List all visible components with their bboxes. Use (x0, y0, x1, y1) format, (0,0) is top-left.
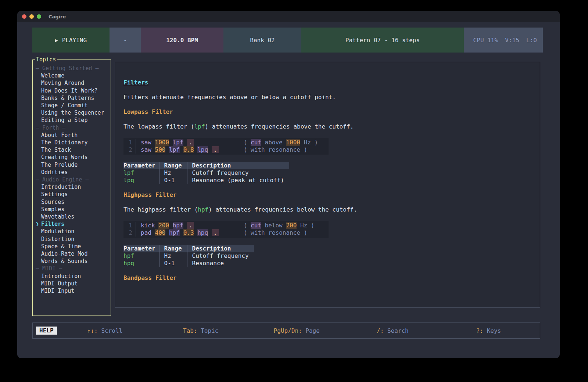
topic-label: Oddities (41, 169, 68, 176)
topic-item[interactable]: Samples (33, 206, 111, 213)
topics-sidebar-title: Topics (35, 56, 57, 63)
code-token-otok: 1000 (286, 139, 300, 146)
code-token-ltok: hpf (173, 222, 183, 229)
topic-item[interactable]: Distortion (33, 235, 111, 243)
app-window: Cagire ▶ PLAYING - 120.0 BPM Bank 02 Pat… (17, 11, 560, 358)
key-hints: ↑↓: ScrollTab: TopicPgUp/Dn: Page/: Sear… (57, 327, 537, 334)
line-number: 1 (123, 222, 136, 229)
selected-topic-arrow-icon: ❯ (36, 220, 41, 228)
topic-list[interactable]: — Getting Started —WelcomeMoving AroundH… (33, 60, 111, 295)
topic-label: How Does It Work? (41, 87, 98, 94)
topic-label: Welcome (41, 72, 64, 79)
topic-label: Distortion (41, 236, 74, 242)
topic-label: Words & Sounds (41, 258, 87, 264)
topic-item[interactable]: About Forth (33, 131, 111, 139)
cpu-voice-load-display: CPU 11% V:15 L:0 (464, 28, 543, 53)
table-cell: Cutoff frequency (187, 252, 254, 260)
topic-item[interactable]: Editing a Step (33, 116, 111, 124)
topic-item[interactable]: MIDI Output (33, 280, 111, 287)
topic-item[interactable]: Oddities (33, 169, 111, 176)
key-hint[interactable]: ?: Keys (441, 327, 537, 334)
code-token-lav: saw (141, 139, 155, 146)
line-number: 2 (123, 146, 136, 154)
topic-item[interactable]: How Does It Work? (33, 87, 111, 94)
hint-key: ↑↓: (87, 327, 98, 334)
text-span: ) attenuates frequencies below the cutof… (208, 206, 357, 213)
topic-item[interactable]: The Stack (33, 146, 111, 154)
topic-item[interactable]: Stage / Commit (33, 102, 111, 109)
section-heading: Highpass Filter (123, 191, 540, 199)
topic-item[interactable]: Audio-Rate Mod (33, 250, 111, 257)
text-span (194, 139, 244, 146)
topic-item[interactable]: Settings (33, 191, 111, 198)
topic-section-header: — Audio Engine — (33, 176, 111, 183)
table-cell: lpf (123, 169, 159, 177)
topic-item[interactable]: MIDI Input (33, 287, 111, 295)
table-row: hpq0-1Resonance (123, 260, 254, 267)
topic-label: Audio-Rate Mod (41, 251, 87, 257)
topic-item[interactable]: The Prelude (33, 161, 111, 169)
topic-item[interactable]: Creating Words (33, 154, 111, 161)
topic-item[interactable]: Words & Sounds (33, 257, 111, 265)
help-mode-badge: HELP (36, 327, 57, 335)
topic-label: The Prelude (41, 162, 78, 168)
code-token-cmt: below (261, 222, 286, 229)
topic-item[interactable]: Introduction (33, 273, 111, 280)
transport-status-bar: ▶ PLAYING - 120.0 BPM Bank 02 Pattern 07… (32, 28, 543, 53)
paragraph: The lowpass filter (lpf) attenuates freq… (123, 123, 540, 130)
topic-item[interactable]: Wavetables (33, 213, 111, 220)
hint-label: Keys (483, 327, 501, 334)
topic-label: — MIDI — (36, 265, 62, 272)
table-cell: Hz (159, 169, 187, 177)
table-row: lpq0-1Resonance (peak at cutoff) (123, 177, 289, 184)
hint-key: ?: (476, 327, 483, 334)
code-line: 2pad 400 hpf 0.3 hpq . ( with resonance … (123, 229, 329, 237)
hint-key: /: (377, 327, 384, 334)
topic-item[interactable]: Using the Sequencer (33, 109, 111, 116)
code-token-otok: 200 (286, 222, 297, 229)
topic-label: Filters (41, 221, 64, 227)
window-title: Cagire (49, 14, 66, 19)
topic-label: Wavetables (41, 213, 74, 220)
topic-label: Creating Words (41, 154, 87, 161)
topic-item[interactable]: Banks & Patterns (33, 94, 111, 102)
topic-item[interactable]: Modulation (33, 228, 111, 235)
code-token-cmt: ( with resonance ) (244, 229, 307, 236)
hint-label: Page (302, 327, 320, 334)
code-token-lav: pad (141, 229, 155, 236)
key-hint[interactable]: Tab: Topic (153, 327, 249, 334)
topic-item[interactable]: The Dictionary (33, 139, 111, 146)
close-window-icon[interactable] (22, 14, 26, 19)
maximize-window-icon[interactable] (37, 14, 41, 19)
transport-state-label: PLAYING (62, 37, 87, 44)
play-icon: ▶ (55, 37, 58, 43)
section-heading: Bandpass Filter (123, 274, 540, 282)
topic-label: Sources (41, 199, 64, 205)
code-token-green: hpf (198, 206, 208, 213)
table-cell: 0-1 (159, 260, 187, 267)
topic-label: — Audio Engine — (36, 176, 89, 183)
table-cell: 0-1 (159, 177, 187, 184)
pattern-display: Pattern 07 - 16 steps (301, 28, 464, 53)
code-line: 2saw 500 lpf 0.8 lpq . ( with resonance … (123, 146, 329, 154)
topic-label: The Stack (41, 147, 71, 153)
help-content[interactable]: FiltersFilters attenuate frequencies abo… (115, 62, 540, 308)
topic-item[interactable]: Space & Time (33, 243, 111, 250)
topic-item[interactable]: Moving Around (33, 79, 111, 87)
table-row: lpfHzCutoff frequency (123, 169, 289, 177)
code-token-otok: 200 (158, 222, 169, 229)
text-span (194, 222, 244, 229)
key-hint[interactable]: PgUp/Dn: Page (249, 327, 345, 334)
key-hint[interactable]: ↑↓: Scroll (57, 327, 153, 334)
topic-item[interactable]: Introduction (33, 183, 111, 191)
topic-item[interactable]: ❯Filters (33, 220, 111, 228)
code-token-ltok: hpf (169, 229, 180, 236)
hint-label: Topic (197, 327, 219, 334)
key-hint[interactable]: /: Search (345, 327, 441, 334)
code-line: 1kick 200 hpf . ( cut below 200 Hz ) (123, 222, 329, 229)
topic-item[interactable]: Sources (33, 198, 111, 206)
minimize-window-icon[interactable] (29, 14, 34, 19)
topic-item[interactable]: Welcome (33, 72, 111, 79)
text-span (219, 229, 243, 236)
text-span (208, 229, 212, 236)
